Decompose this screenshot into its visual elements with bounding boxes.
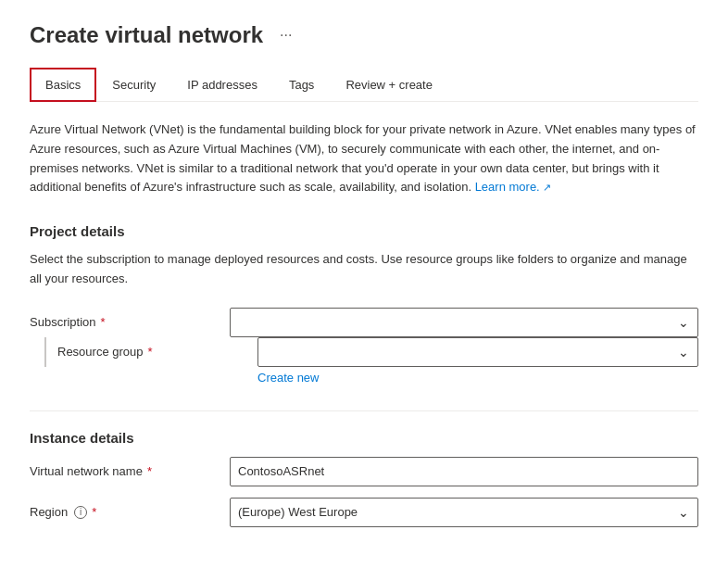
page-header: Create virtual network ··· (30, 22, 698, 48)
subscription-dropdown[interactable] (230, 308, 698, 337)
virtual-network-name-control (230, 457, 698, 486)
virtual-network-name-input[interactable] (230, 457, 698, 486)
subscription-label: Subscription * (30, 315, 215, 329)
subscription-select-wrapper (230, 308, 698, 337)
learn-more-link[interactable]: Learn more. ↗ (475, 178, 551, 197)
resource-group-row: Resource group * (30, 337, 698, 367)
create-new-wrapper: Create new (257, 367, 698, 392)
ellipsis-button[interactable]: ··· (274, 25, 297, 45)
instance-details-heading: Instance details (30, 430, 698, 446)
project-details-heading: Project details (30, 223, 698, 239)
tab-security[interactable]: Security (96, 68, 171, 102)
instance-details-section: Instance details Virtual network name * … (30, 430, 698, 527)
external-link-icon: ↗ (543, 180, 551, 196)
region-required: * (92, 505, 96, 519)
virtual-network-name-row: Virtual network name * (30, 457, 698, 486)
vnet-description: Azure Virtual Network (VNet) is the fund… (30, 120, 698, 197)
resource-group-control (257, 337, 698, 367)
region-info-icon[interactable]: i (74, 506, 87, 519)
tab-ip-addresses[interactable]: IP addresses (171, 68, 273, 102)
vnet-name-required: * (147, 464, 152, 478)
region-row: Region i * (Europe) West Europe East US … (30, 498, 698, 527)
create-new-link[interactable]: Create new (257, 371, 319, 385)
page-title: Create virtual network (30, 22, 263, 48)
resource-group-label: Resource group * (57, 345, 243, 359)
resource-group-label-area: Resource group * (30, 337, 243, 367)
region-label: Region i * (30, 505, 215, 519)
project-details-description: Select the subscription to manage deploy… (30, 250, 698, 289)
project-details-section: Project details Select the subscription … (30, 223, 698, 392)
section-divider (30, 410, 698, 411)
region-control: (Europe) West Europe East US West US (230, 498, 698, 527)
region-select-wrapper: (Europe) West Europe East US West US (230, 498, 698, 527)
region-dropdown[interactable]: (Europe) West Europe East US West US (230, 498, 698, 527)
subscription-required: * (101, 315, 106, 329)
subscription-row: Subscription * (30, 308, 698, 337)
subscription-control (230, 308, 698, 337)
tab-review-create[interactable]: Review + create (330, 68, 448, 102)
resource-group-dropdown[interactable] (257, 337, 698, 367)
resource-group-select-wrapper (257, 337, 698, 367)
virtual-network-name-label: Virtual network name * (30, 464, 215, 478)
resource-group-required: * (148, 345, 153, 359)
tabs-bar: Basics Security IP addresses Tags Review… (30, 67, 698, 102)
tab-tags[interactable]: Tags (273, 68, 330, 102)
rg-indent-line (44, 337, 46, 367)
tab-basics[interactable]: Basics (30, 68, 96, 102)
